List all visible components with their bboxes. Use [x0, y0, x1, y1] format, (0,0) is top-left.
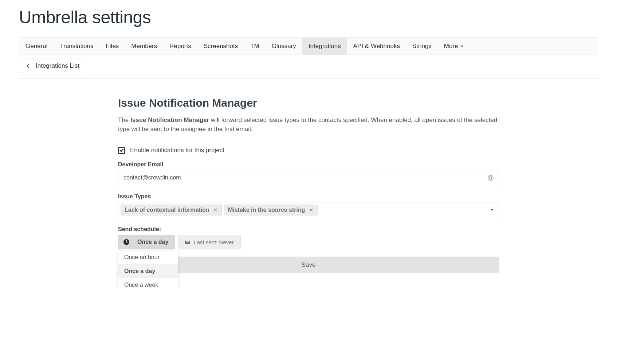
tab-integrations[interactable]: Integrations [302, 38, 347, 55]
back-button-label: Integrations List [36, 62, 79, 70]
schedule-dropdown: Once an hour Once a day Once a week [118, 250, 178, 288]
schedule-option-day[interactable]: Once a day [118, 264, 178, 278]
clock-icon [123, 239, 129, 245]
tab-translations[interactable]: Translations [54, 38, 99, 55]
issue-type-tag-label: Mistake in the source string [228, 207, 305, 213]
schedule-option-week[interactable]: Once a week [118, 278, 178, 288]
tabs-bar: General Translations Files Members Repor… [19, 37, 598, 55]
chevron-down-icon [491, 209, 494, 211]
developer-email-label: Developer Email [118, 161, 499, 168]
issue-type-tag: Mistake in the source string ✕ [224, 205, 318, 215]
tab-files[interactable]: Files [99, 38, 125, 55]
back-button[interactable]: Integrations List [22, 59, 86, 73]
last-sent-badge: Last sent: Never [178, 235, 240, 249]
schedule-dropdown-button[interactable]: Once a day [118, 235, 175, 249]
schedule-row: Once a day Last sent: Never Once an hour… [118, 235, 499, 249]
section-title: Issue Notification Manager [118, 97, 499, 109]
issue-types-label: Issue Types [118, 193, 499, 200]
schedule-option-hour[interactable]: Once an hour [118, 250, 178, 264]
tab-more-label: More [444, 43, 458, 50]
developer-email-input[interactable] [118, 170, 499, 185]
developer-email-wrap: @ [118, 170, 499, 185]
back-row: Integrations List [19, 59, 598, 79]
close-icon[interactable]: ✕ [213, 207, 218, 213]
chevron-down-icon [460, 46, 463, 47]
schedule-label: Send schedule: [118, 226, 499, 233]
last-sent-label: Last sent: Never [194, 239, 233, 245]
tab-members[interactable]: Members [125, 38, 163, 55]
at-icon: @ [487, 174, 494, 182]
tab-reports[interactable]: Reports [163, 38, 197, 55]
envelope-icon [185, 240, 190, 244]
tab-strings[interactable]: Strings [406, 38, 438, 55]
desc-prefix: The [118, 116, 130, 123]
chevron-left-icon [27, 64, 31, 68]
enable-checkbox[interactable] [118, 147, 125, 154]
issue-type-tag: Lack of contextual information ✕ [121, 205, 222, 215]
enable-checkbox-label: Enable notifications for this project [130, 147, 224, 154]
tab-api-webhooks[interactable]: API & Webhooks [347, 38, 406, 55]
schedule-selected: Once a day [137, 239, 168, 245]
issue-type-tag-label: Lack of contextual information [125, 207, 209, 213]
tab-general[interactable]: General [19, 38, 54, 55]
issue-types-select[interactable]: Lack of contextual information ✕ Mistake… [118, 202, 499, 218]
tab-glossary[interactable]: Glossary [266, 38, 302, 55]
close-icon[interactable]: ✕ [309, 207, 314, 213]
page-title: Umbrella settings [19, 7, 598, 27]
content: Issue Notification Manager The Issue Not… [118, 97, 499, 273]
tab-screenshots[interactable]: Screenshots [197, 38, 244, 55]
checkmark-icon [119, 148, 123, 152]
section-description: The Issue Notification Manager will forw… [118, 116, 499, 134]
tab-more[interactable]: More [438, 38, 469, 55]
enable-checkbox-row: Enable notifications for this project [118, 147, 499, 154]
tab-tm[interactable]: TM [244, 38, 266, 55]
desc-bold: Issue Notification Manager [130, 116, 209, 123]
